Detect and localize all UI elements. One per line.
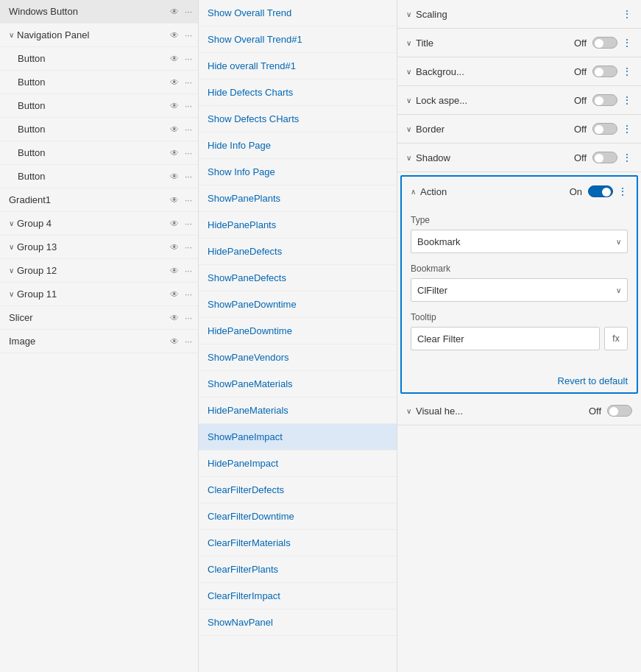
middle-item[interactable]: HidePaneImpact: [199, 450, 397, 477]
left-item[interactable]: ∨Navigation Panel 👁 ···: [0, 24, 198, 47]
grid-icon[interactable]: ⋮: [622, 152, 632, 163]
middle-item[interactable]: Show Overall Trend#1: [199, 26, 397, 53]
middle-item[interactable]: ShowPaneDowntime: [199, 291, 397, 318]
section-header[interactable]: ∨ Lock aspe... Off ⋮: [397, 86, 641, 114]
type-dropdown-arrow: ∨: [616, 238, 621, 246]
left-item[interactable]: Button 👁 ···: [0, 71, 198, 94]
toggle-track[interactable]: [592, 37, 617, 49]
section-chevron: ∨: [406, 68, 411, 76]
action-grid-icon[interactable]: ⋮: [617, 185, 628, 197]
middle-item[interactable]: ShowNavPanel: [199, 609, 397, 636]
middle-item[interactable]: Show Defects CHarts: [199, 106, 397, 132]
section-header[interactable]: ∨ Backgrou... Off ⋮: [397, 57, 641, 85]
dots-icon: ···: [185, 148, 192, 158]
left-item-label: Group 11: [17, 289, 170, 300]
middle-item[interactable]: Show Info Page: [199, 159, 397, 185]
bookmark-dropdown[interactable]: ClFilter ∨: [411, 278, 628, 302]
bottom-toggle-track[interactable]: [607, 405, 632, 417]
bottom-toggle[interactable]: Off: [589, 405, 632, 417]
left-item[interactable]: ∨Group 12 👁 ···: [0, 259, 198, 283]
toggle-off[interactable]: Off: [574, 66, 617, 77]
left-item[interactable]: Button 👁 ···: [0, 141, 198, 165]
middle-item[interactable]: ClearFilterDowntime: [199, 503, 397, 530]
grid-icon[interactable]: ⋮: [622, 8, 632, 20]
right-section: ∨ Backgrou... Off ⋮: [397, 57, 641, 86]
left-item[interactable]: Button 👁 ···: [0, 47, 198, 71]
eye-icon: 👁: [170, 54, 179, 64]
toggle-off[interactable]: Off: [574, 123, 617, 135]
grid-icon[interactable]: ⋮: [622, 123, 632, 135]
section-chevron: ∨: [406, 96, 411, 105]
left-item[interactable]: ∨Group 11 👁 ···: [0, 283, 198, 306]
grid-icon[interactable]: ⋮: [622, 66, 632, 77]
section-header[interactable]: ∨ Title Off ⋮: [397, 29, 641, 57]
middle-item[interactable]: HidePaneMaterials: [199, 397, 397, 424]
toggle-thumb: [595, 125, 603, 134]
toggle-track[interactable]: [592, 123, 617, 135]
grid-icon[interactable]: ⋮: [622, 37, 632, 49]
section-label: Border: [416, 124, 574, 135]
middle-item[interactable]: Show Overall Trend: [199, 0, 397, 26]
section-header[interactable]: ∨ Border Off ⋮: [397, 115, 641, 143]
middle-item[interactable]: ClearFilterImpact: [199, 583, 397, 609]
eye-icon: 👁: [170, 124, 179, 135]
chevron-icon: ∨: [9, 219, 14, 227]
middle-item[interactable]: ClearFilterPlants: [199, 556, 397, 583]
left-item[interactable]: ∨Group 13 👁 ···: [0, 236, 198, 259]
left-item[interactable]: Slicer 👁 ···: [0, 306, 198, 330]
left-item[interactable]: Button 👁 ···: [0, 94, 198, 118]
middle-item[interactable]: ShowPaneVendors: [199, 344, 397, 371]
section-chevron: ∨: [406, 10, 411, 18]
left-item[interactable]: ∨Group 4 👁 ···: [0, 212, 198, 236]
middle-item[interactable]: ClearFilterMaterials: [199, 530, 397, 556]
fx-button[interactable]: fx: [604, 327, 628, 350]
left-item-label: Button: [18, 171, 170, 182]
action-toggle-track[interactable]: [588, 185, 613, 197]
middle-item[interactable]: Hide overall Trend#1: [199, 53, 397, 79]
grid-icon[interactable]: ⋮: [622, 94, 632, 106]
toggle-track[interactable]: [592, 94, 617, 106]
left-item[interactable]: Image 👁 ···: [0, 330, 198, 353]
tooltip-input[interactable]: [411, 327, 600, 350]
middle-item[interactable]: ShowPaneMaterials: [199, 371, 397, 397]
dots-icon: ···: [185, 54, 192, 64]
toggle-track[interactable]: [592, 66, 617, 77]
dots-icon: ···: [185, 242, 192, 252]
middle-item[interactable]: Hide Defects Charts: [199, 79, 397, 106]
middle-item[interactable]: ClearFilterDefects: [199, 477, 397, 503]
left-item[interactable]: Button 👁 ···: [0, 165, 198, 188]
left-item-icons: 👁 ···: [170, 289, 192, 300]
left-item[interactable]: Button 👁 ···: [0, 118, 198, 141]
middle-item[interactable]: ShowPaneImpact: [199, 424, 397, 450]
revert-link[interactable]: Revert to default: [558, 375, 628, 386]
middle-item[interactable]: ShowPaneDefects: [199, 265, 397, 291]
bookmark-label: Bookmark: [411, 264, 628, 274]
left-item-icons: 👁 ···: [170, 101, 192, 111]
middle-item[interactable]: HidePaneDefects: [199, 238, 397, 265]
type-dropdown-value: Bookmark: [417, 236, 461, 247]
section-chevron: ∨: [406, 125, 411, 133]
left-item-icons: 👁 ···: [170, 171, 192, 182]
action-toggle[interactable]: On: [570, 185, 613, 197]
section-header[interactable]: ∨ Shadow Off ⋮: [397, 144, 641, 171]
section-header-bottom[interactable]: ∨ Visual he... Off: [397, 397, 641, 425]
action-label: Action: [420, 186, 570, 197]
left-item-label: Button: [18, 124, 170, 135]
left-item[interactable]: Gradient1 👁 ···: [0, 188, 198, 212]
section-header[interactable]: ∨ Scaling ⋮: [397, 0, 641, 28]
left-item[interactable]: Windows Button 👁 ···: [0, 0, 198, 24]
middle-item[interactable]: HidePaneDowntime: [199, 318, 397, 344]
toggle-value: Off: [574, 124, 587, 135]
type-dropdown[interactable]: Bookmark ∨: [411, 230, 628, 253]
toggle-value: Off: [574, 66, 587, 77]
middle-item[interactable]: ShowPanePlants: [199, 185, 397, 212]
toggle-off[interactable]: Off: [574, 94, 617, 106]
toggle-value: Off: [574, 38, 587, 49]
toggle-track[interactable]: [592, 152, 617, 163]
middle-item[interactable]: Hide Info Page: [199, 132, 397, 159]
toggle-off[interactable]: Off: [574, 152, 617, 163]
toggle-off[interactable]: Off: [574, 37, 617, 49]
action-header[interactable]: ∧ Action On ⋮: [402, 177, 637, 206]
action-chevron-up: ∧: [411, 188, 416, 196]
middle-item[interactable]: HidePanePlants: [199, 212, 397, 238]
